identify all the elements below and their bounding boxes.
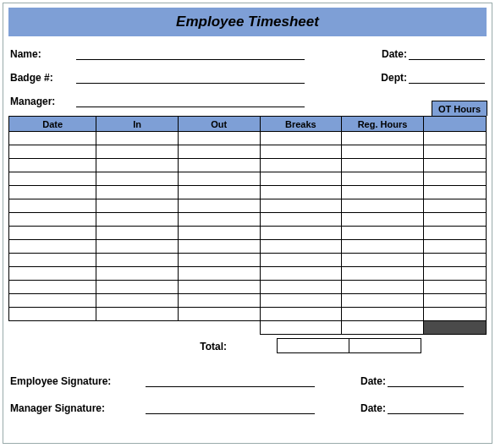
cell-in[interactable]	[96, 240, 179, 254]
cell-in[interactable]	[96, 172, 179, 186]
cell-out[interactable]	[178, 227, 260, 240]
cell-out[interactable]	[178, 213, 260, 227]
cell-reg[interactable]	[342, 267, 424, 281]
cell-in[interactable]	[96, 227, 179, 240]
cell-date[interactable]	[9, 172, 96, 186]
cell-breaks[interactable]	[260, 213, 342, 227]
cell-reg[interactable]	[342, 172, 424, 186]
cell-date[interactable]	[9, 308, 96, 321]
manager-sig-date-input[interactable]	[388, 402, 464, 414]
cell-out[interactable]	[178, 308, 260, 321]
cell-date[interactable]	[9, 132, 96, 145]
cell-breaks[interactable]	[260, 281, 342, 294]
cell-out[interactable]	[178, 186, 260, 199]
cell-in[interactable]	[96, 145, 179, 159]
cell-date[interactable]	[9, 254, 96, 267]
cell-date[interactable]	[9, 240, 96, 254]
cell-reg[interactable]	[342, 227, 424, 240]
total-breaks[interactable]	[277, 338, 349, 353]
cell-date[interactable]	[9, 213, 96, 227]
cell-reg[interactable]	[342, 213, 424, 227]
cell-breaks[interactable]	[260, 172, 342, 186]
cell-in[interactable]	[96, 267, 179, 281]
cell-in[interactable]	[96, 213, 179, 227]
cell-out[interactable]	[178, 294, 260, 308]
cell-in[interactable]	[96, 254, 179, 267]
cell-ot[interactable]	[423, 159, 486, 172]
name-input[interactable]	[76, 48, 305, 60]
cell-out[interactable]	[178, 267, 260, 281]
cell-date[interactable]	[9, 159, 96, 172]
cell-in[interactable]	[96, 132, 179, 145]
cell-breaks[interactable]	[260, 227, 342, 240]
cell-out[interactable]	[178, 132, 260, 145]
badge-input[interactable]	[76, 72, 305, 84]
cell-ot[interactable]	[423, 267, 486, 281]
cell-breaks[interactable]	[260, 308, 342, 321]
cell-ot[interactable]	[423, 254, 486, 267]
cell-out[interactable]	[178, 145, 260, 159]
employee-sig-input[interactable]	[146, 375, 315, 387]
cell-breaks[interactable]	[260, 186, 342, 199]
cell-breaks[interactable]	[260, 294, 342, 308]
cell-breaks[interactable]	[260, 199, 342, 213]
cell-ot[interactable]	[423, 213, 486, 227]
manager-sig-input[interactable]	[146, 402, 315, 414]
cell-reg[interactable]	[342, 145, 424, 159]
cell-ot[interactable]	[423, 172, 486, 186]
cell-out[interactable]	[178, 240, 260, 254]
cell-reg[interactable]	[342, 132, 424, 145]
cell-out[interactable]	[178, 199, 260, 213]
cell-in[interactable]	[96, 294, 179, 308]
date-input[interactable]	[409, 48, 485, 60]
cell-in[interactable]	[96, 199, 179, 213]
cell-in[interactable]	[96, 186, 179, 199]
cell-breaks[interactable]	[260, 240, 342, 254]
cell-date[interactable]	[9, 294, 96, 308]
table-row	[9, 199, 487, 213]
total-reg[interactable]	[349, 338, 421, 353]
cell-date[interactable]	[9, 227, 96, 240]
cell-date[interactable]	[9, 199, 96, 213]
cell-reg[interactable]	[342, 294, 424, 308]
cell-date[interactable]	[9, 281, 96, 294]
sum-breaks[interactable]	[260, 321, 342, 335]
cell-reg[interactable]	[342, 199, 424, 213]
cell-ot[interactable]	[423, 294, 486, 308]
cell-ot[interactable]	[423, 227, 486, 240]
cell-date[interactable]	[9, 145, 96, 159]
cell-reg[interactable]	[342, 186, 424, 199]
cell-reg[interactable]	[342, 308, 424, 321]
cell-date[interactable]	[9, 186, 96, 199]
summary-row	[9, 321, 487, 335]
cell-ot[interactable]	[423, 199, 486, 213]
cell-reg[interactable]	[342, 159, 424, 172]
sum-reg[interactable]	[342, 321, 424, 335]
cell-breaks[interactable]	[260, 132, 342, 145]
cell-out[interactable]	[178, 159, 260, 172]
cell-in[interactable]	[96, 159, 179, 172]
cell-ot[interactable]	[423, 281, 486, 294]
manager-input[interactable]	[76, 96, 305, 107]
cell-out[interactable]	[178, 254, 260, 267]
cell-breaks[interactable]	[260, 159, 342, 172]
cell-breaks[interactable]	[260, 267, 342, 281]
employee-sig-date-input[interactable]	[388, 375, 464, 387]
cell-ot[interactable]	[423, 186, 486, 199]
dept-input[interactable]	[409, 72, 485, 84]
cell-ot[interactable]	[423, 145, 486, 159]
cell-in[interactable]	[96, 308, 179, 321]
cell-out[interactable]	[178, 281, 260, 294]
cell-out[interactable]	[178, 172, 260, 186]
cell-breaks[interactable]	[260, 254, 342, 267]
table-row	[9, 267, 487, 281]
cell-date[interactable]	[9, 267, 96, 281]
cell-ot[interactable]	[423, 240, 486, 254]
cell-in[interactable]	[96, 281, 179, 294]
cell-reg[interactable]	[342, 240, 424, 254]
cell-ot[interactable]	[423, 308, 486, 321]
cell-reg[interactable]	[342, 281, 424, 294]
cell-reg[interactable]	[342, 254, 424, 267]
cell-ot[interactable]	[423, 132, 486, 145]
cell-breaks[interactable]	[260, 145, 342, 159]
